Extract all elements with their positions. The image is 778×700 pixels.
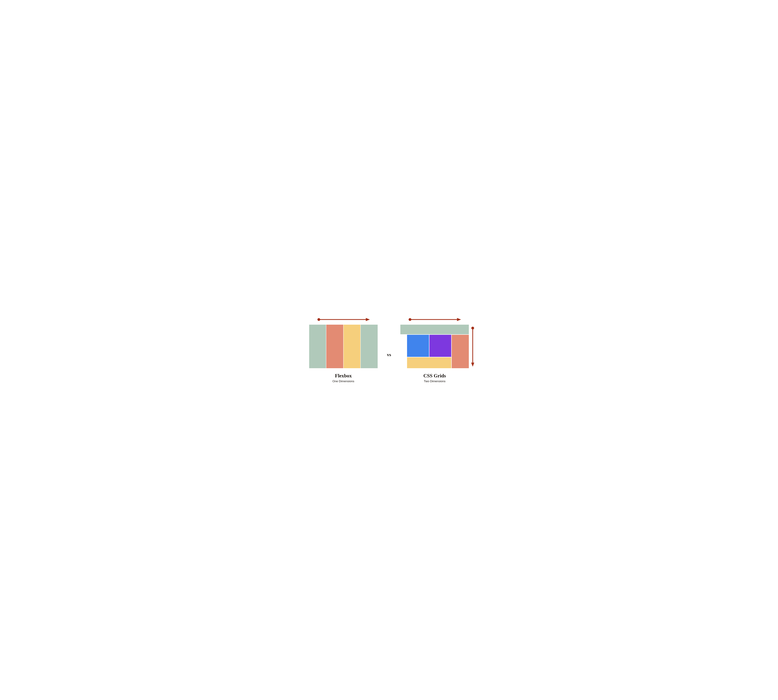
flexbox-subtitle: One Dimensions — [332, 380, 354, 383]
flexbox-demo — [309, 325, 377, 368]
flex-column — [326, 325, 343, 368]
grid-demo — [401, 325, 469, 368]
vertical-arrow-icon — [471, 326, 475, 367]
vs-label: vs — [387, 352, 391, 357]
horizontal-arrow-icon — [317, 317, 370, 322]
grid-title: CSS Grids — [423, 373, 446, 378]
grid-panel: CSS Grids Two Dimensions — [401, 317, 469, 383]
grid-panel-body — [401, 317, 469, 368]
grid-subtitle: Two Dimensions — [423, 380, 446, 383]
svg-marker-8 — [471, 363, 474, 367]
flex-column — [361, 325, 377, 368]
flexbox-panel: Flexbox One Dimensions — [309, 317, 377, 383]
grid-footer — [407, 357, 451, 368]
grid-cell-purple — [429, 335, 451, 357]
grid-cell-blue — [407, 335, 429, 357]
grid-header — [401, 325, 469, 334]
grid-left-gutter — [401, 335, 407, 368]
diagram-container: Flexbox One Dimensions vs — [303, 311, 475, 389]
grid-wrap — [401, 325, 469, 368]
grid-labels: CSS Grids Two Dimensions — [423, 373, 446, 383]
flexbox-title: Flexbox — [332, 373, 354, 378]
horizontal-arrow-icon — [408, 317, 461, 322]
flex-column — [309, 325, 326, 368]
flexbox-labels: Flexbox One Dimensions — [332, 373, 354, 383]
flex-column — [344, 325, 361, 368]
svg-marker-5 — [457, 318, 461, 321]
grid-cell-right — [452, 335, 469, 368]
svg-marker-2 — [366, 318, 370, 321]
flexbox-panel-body — [309, 317, 377, 368]
